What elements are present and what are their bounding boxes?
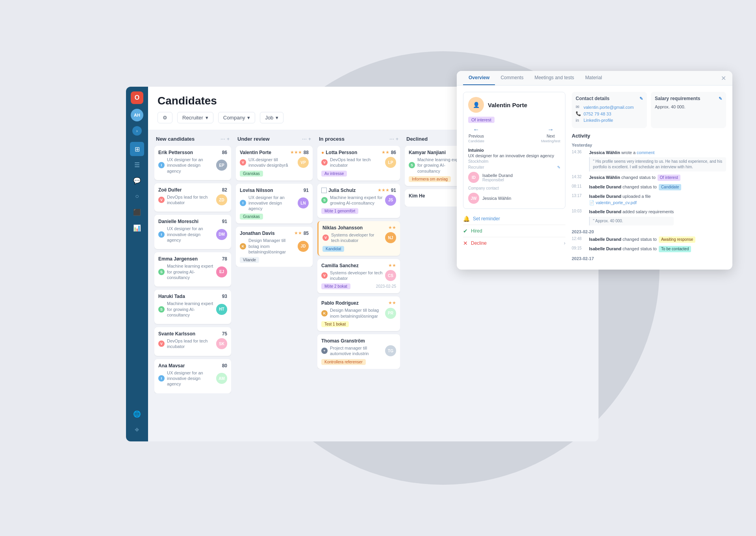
sidebar-icon-grid[interactable]: ⊞ (130, 142, 144, 156)
card-julia[interactable]: Julia Schulz ★★★ 91 S Machine learning e… (317, 184, 400, 218)
tab-overview[interactable]: Overview (463, 71, 495, 85)
profile-avatar: 👤 (468, 97, 484, 113)
edit-salary-icon[interactable]: ✎ (719, 96, 722, 101)
linkedin-icon: in (576, 118, 581, 123)
company-icon: I (240, 200, 246, 206)
col-add-icon[interactable]: + (308, 136, 311, 142)
next-sub: Meeting/test (541, 139, 560, 143)
avatar: CS (385, 270, 396, 281)
contact-phone[interactable]: 📞 0752 79 48 33 (576, 111, 643, 116)
column-process: In process ⋯ + ● Lotta Persson ★★ (317, 136, 400, 435)
contact-email[interactable]: ✉ valentin.porte@gmail.com (576, 104, 643, 110)
sidebar-icon-chat[interactable]: 💬 (130, 173, 144, 188)
card-niklas[interactable]: Niklas Johansson ★★ V Systems developer … (317, 221, 400, 256)
sidebar-icon-list[interactable]: ☰ (130, 158, 144, 172)
col-header-review: Under review ⋯ + (236, 136, 313, 142)
company-icon: I (158, 375, 165, 382)
col-menu-icon[interactable]: ⋯ (389, 136, 394, 142)
col-actions-process: ⋯ + (389, 136, 398, 142)
recruiter-filter[interactable]: Recruiter ▾ (177, 112, 213, 123)
card-jonathan[interactable]: Jonathan Davis ★★ 85 K Design Manager ti… (236, 227, 313, 267)
recruiter-section: Recruiter ✎ ID Isabelle Durand Responsib… (468, 165, 560, 204)
company-icon: S (409, 162, 415, 168)
card-name: Danielle Moreschi (158, 219, 220, 224)
col-header-new: New candidates ⋯ + (154, 136, 231, 142)
card-svante[interactable]: Svante Karlsson 75 V DevOps lead for tec… (154, 327, 231, 356)
job-filter[interactable]: Job ▾ (260, 112, 284, 123)
card-pablo[interactable]: Pablo Rodríguez ★★ K Design Manager till… (317, 296, 400, 331)
edit-contact-icon[interactable]: ✎ (639, 96, 643, 101)
process-cards: ● Lotta Persson ★★ 86 V DevOps lead for … (317, 146, 400, 369)
hired-action[interactable]: ✔ Hired (463, 225, 565, 237)
tab-material[interactable]: Material (580, 71, 608, 85)
company-contact-label: Company contact (468, 186, 560, 190)
card-score: 75 (222, 331, 227, 337)
decline-action[interactable]: ✕ Decline › (463, 237, 565, 249)
prev-candidate-btn[interactable]: ← Previous Candidate (468, 126, 484, 143)
sidebar-icon-circle[interactable]: ○ (130, 189, 144, 203)
sidebar-icon-chart[interactable]: 📊 (130, 221, 144, 235)
card-thomas[interactable]: Thomas Granström + Project manager till … (317, 334, 400, 369)
card-role: Design Manager till bolag inom betalning… (330, 307, 383, 319)
tab-comments[interactable]: Comments (495, 71, 529, 85)
sidebar-expand-button[interactable]: › (132, 126, 142, 136)
activity-quote: " His profile seems very interesting to … (589, 157, 726, 171)
next-meeting-btn[interactable]: → Next Meeting/test (541, 126, 560, 143)
edit-recruiter-icon[interactable]: ✎ (557, 165, 560, 169)
col-add-icon[interactable]: + (227, 136, 230, 142)
x-icon: ✕ (463, 240, 468, 246)
col-add-icon[interactable]: + (396, 136, 398, 142)
sidebar-logout-icon[interactable]: ⎆ (130, 422, 144, 437)
column-new: New candidates ⋯ + Erik Pettersson 86 (154, 136, 231, 435)
detail-panel: Overview Comments Meetings and tests Mat… (457, 71, 732, 270)
comment-link[interactable]: comment (637, 150, 654, 155)
company-icon: + (321, 348, 328, 354)
sidebar-logo: O (131, 91, 143, 104)
file-link[interactable]: 📄 valentin_porte_cv.pdf (589, 200, 651, 206)
card-lotta[interactable]: ● Lotta Persson ★★ 86 V DevOps lead for … (317, 146, 400, 181)
card-emma[interactable]: Emma Jørgensen 78 S Machine learning exp… (154, 252, 231, 287)
recruiter-item: ID Isabelle Durand Responsibel (468, 172, 560, 183)
card-role: UX-designer till innovativ designbyrå (248, 157, 295, 168)
col-title-new: New candidates (156, 136, 195, 142)
card-tag: Granskas (240, 214, 263, 220)
contact-title: Contact details (576, 96, 610, 101)
card-lovisa[interactable]: Lovisa Nilsson 91 I UX designer for an i… (236, 184, 313, 224)
col-header-process: In process ⋯ + (317, 136, 400, 142)
salary-title: Salary requirements (655, 96, 700, 101)
card-tag: Vilande (240, 257, 259, 263)
card-ana[interactable]: Ana Mavsar 80 I UX designer for an innov… (154, 359, 231, 393)
avatar: DM (216, 229, 227, 240)
contact-linkedin[interactable]: in LinkedIn-profile (576, 118, 643, 123)
col-menu-icon[interactable]: ⋯ (302, 136, 307, 142)
avatar: HT (216, 304, 227, 315)
card-camilla[interactable]: Camilla Sanchez ★★ V Systems developer f… (317, 259, 400, 294)
card-score: 86 (222, 150, 227, 155)
filter-icon-btn[interactable]: ⚙ (158, 112, 172, 123)
card-name: Julia Schulz (328, 188, 378, 193)
action-label: Set reminder (473, 216, 500, 221)
tab-meetings[interactable]: Meetings and tests (529, 71, 580, 85)
avatar: SK (216, 338, 227, 349)
company-filter[interactable]: Company ▾ (218, 112, 256, 123)
close-button[interactable]: ✕ (721, 74, 726, 82)
set-reminder-action[interactable]: 🔔 Set reminder (463, 213, 565, 225)
sidebar-globe-icon[interactable]: 🌐 (130, 407, 144, 421)
card-zoe[interactable]: Zoë Dulfer 82 V DevOps lead for tech inc… (154, 183, 231, 212)
card-role: UX designer for an innovative design age… (167, 157, 214, 174)
col-menu-icon[interactable]: ⋯ (220, 136, 225, 142)
card-danielle[interactable]: Danielle Moreschi 91 I UX designer for a… (154, 215, 231, 249)
sidebar-icon-box[interactable]: ⬛ (130, 205, 144, 219)
avatar: EJ (216, 266, 227, 277)
card-haruki[interactable]: Haruki Tada 93 S Machine learning expert… (154, 290, 231, 324)
stars: ★★★ (290, 150, 302, 155)
company-contact-name: Jessica Wählin (482, 196, 511, 201)
app-wrapper: O AH › ⊞ ☰ 💬 ○ ⬛ 📊 🌐 ⎆ Candidates ⚙ (0, 0, 756, 536)
activity-time: 10:03 (572, 209, 586, 213)
card-erik[interactable]: Erik Pettersson 86 I UX designer for an … (154, 146, 231, 180)
stars: ★★ (388, 300, 396, 305)
sidebar-avatar[interactable]: AH (131, 109, 143, 121)
avatar: LP (385, 157, 396, 168)
card-valentin-review[interactable]: Valentin Porte ★★★ 88 V UX-designer till… (236, 146, 313, 181)
salary-quote: " Approx. 40 000. (589, 217, 674, 225)
